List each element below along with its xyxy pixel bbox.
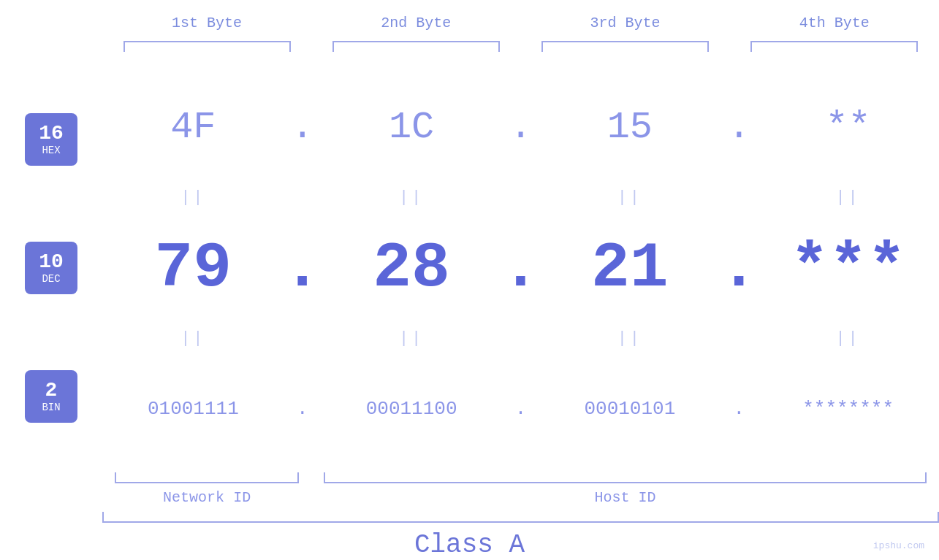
base-labels-column: 16 HEX 10 DEC 2 BIN: [0, 68, 102, 468]
dec-value-4: ***: [790, 232, 905, 304]
top-bracket-3: [541, 41, 709, 52]
network-host-brackets: Network ID Host ID: [0, 472, 939, 506]
main-container: 1st Byte 2nd Byte 3rd Byte 4th Byte 16 H…: [0, 0, 939, 560]
byte-header-3: 3rd Byte: [521, 15, 730, 31]
dec-dot-1: .: [284, 232, 321, 304]
bin-cell-1: 01001111: [102, 398, 284, 420]
network-id-bracket: [115, 472, 299, 483]
hex-value-1: 4F: [170, 106, 216, 149]
dec-dot-2: .: [503, 232, 539, 304]
dec-badge: 10 DEC: [25, 242, 77, 294]
host-id-label: Host ID: [595, 489, 656, 506]
dec-cell-4: ***: [757, 232, 939, 304]
sep-cell-3: ||: [539, 188, 721, 207]
class-bracket: [102, 512, 939, 523]
byte-header-4: 4th Byte: [730, 15, 939, 31]
dec-value-3: 21: [591, 232, 669, 304]
hex-value-3: 15: [607, 106, 653, 149]
bin-cell-2: 00011100: [321, 398, 503, 420]
bin-dot-2: .: [503, 398, 539, 420]
top-bracket-1: [123, 41, 291, 52]
network-id-section: Network ID: [102, 472, 311, 506]
class-label: Class A: [414, 530, 525, 560]
bin-value-4: ********: [802, 398, 894, 420]
watermark: ipshu.com: [873, 540, 924, 551]
hex-value-4: **: [825, 106, 870, 149]
sep2-cell-2: ||: [321, 329, 503, 348]
bracket-cell-3: [521, 39, 730, 53]
hex-cell-1: 4F: [102, 106, 284, 149]
dec-value-2: 28: [373, 232, 450, 304]
sep2-cell-3: ||: [539, 329, 721, 348]
byte-headers: 1st Byte 2nd Byte 3rd Byte 4th Byte: [0, 15, 939, 31]
bin-value-2: 00011100: [366, 398, 457, 420]
class-label-row: Class A: [0, 530, 939, 560]
dec-cell-3: 21: [539, 232, 721, 304]
hex-dot-3: .: [721, 106, 757, 149]
network-id-label: Network ID: [163, 489, 251, 506]
bin-row: 01001111 . 00011100 . 00010101 .: [102, 349, 939, 468]
hex-cell-4: **: [757, 106, 939, 149]
bin-dot-1: .: [284, 398, 321, 420]
top-bracket-2: [332, 41, 500, 52]
dec-num: 10: [39, 251, 64, 274]
sep-dec-bin: || || || ||: [102, 327, 939, 349]
bin-label: BIN: [42, 402, 60, 413]
data-grid: 4F . 1C . 15 . **: [102, 68, 939, 468]
dec-cell-1: 79: [102, 232, 284, 304]
byte-header-2: 2nd Byte: [311, 15, 520, 31]
bin-badge: 2 BIN: [25, 370, 77, 423]
sep-cell-4: ||: [757, 188, 939, 207]
bin-cell-3: 00010101: [539, 398, 721, 420]
bin-dot-3: .: [721, 398, 757, 420]
dec-cell-2: 28: [321, 232, 503, 304]
bin-cell-4: ********: [757, 398, 939, 420]
sep2-cell-4: ||: [757, 329, 939, 348]
hex-label: HEX: [42, 145, 60, 156]
bracket-cell-4: [730, 39, 939, 53]
top-brackets: [0, 39, 939, 53]
sep2-cell-1: ||: [102, 329, 284, 348]
bin-value-3: 00010101: [584, 398, 675, 420]
sep-cell-1: ||: [102, 188, 284, 207]
dec-row: 79 . 28 . 21 . ***: [102, 209, 939, 328]
sep-cell-2: ||: [321, 188, 503, 207]
hex-dot-1: .: [284, 106, 321, 149]
hex-num: 16: [39, 123, 64, 145]
host-id-bracket: [324, 472, 926, 483]
hex-cell-3: 15: [539, 106, 721, 149]
hex-value-2: 1C: [389, 106, 434, 149]
bin-num: 2: [45, 380, 58, 402]
class-bracket-section: [0, 512, 939, 523]
hex-cell-2: 1C: [321, 106, 503, 149]
bracket-cell-1: [102, 39, 311, 53]
hex-row: 4F . 1C . 15 . **: [102, 68, 939, 187]
bracket-cell-2: [311, 39, 520, 53]
byte-header-1: 1st Byte: [102, 15, 311, 31]
host-id-section: Host ID: [311, 472, 939, 506]
hex-badge: 16 HEX: [25, 113, 77, 166]
dec-label: DEC: [42, 274, 60, 285]
bin-value-1: 01001111: [148, 398, 239, 420]
content-area: 16 HEX 10 DEC 2 BIN 4F .: [0, 68, 939, 468]
top-bracket-4: [750, 41, 918, 52]
hex-dot-2: .: [503, 106, 539, 149]
dec-dot-3: .: [721, 232, 757, 304]
dec-value-1: 79: [155, 232, 232, 304]
sep-hex-dec: || || || ||: [102, 187, 939, 209]
